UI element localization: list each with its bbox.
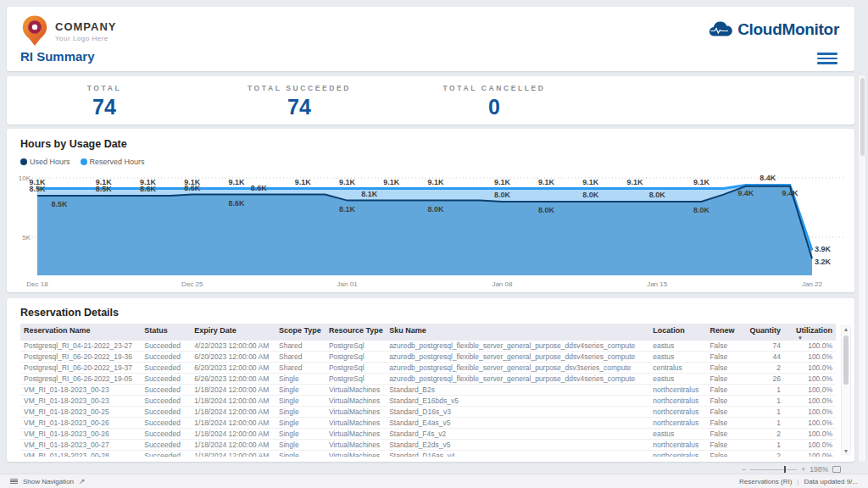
table-cell: False: [706, 418, 741, 429]
table-cell: Succeeded: [141, 451, 191, 458]
column-header-renew[interactable]: Renew: [706, 324, 741, 341]
table-cell: Standard_F4s_v2: [386, 429, 649, 440]
x-tick-label: Jan 08: [492, 280, 513, 288]
legend-item-reserved-hours[interactable]: Reserved Hours: [81, 158, 145, 166]
zoom-slider[interactable]: [750, 469, 797, 470]
table-cell: 1/18/2024 12:00:00 AM: [191, 385, 275, 396]
table-cell: VirtualMachines: [326, 451, 386, 458]
table-row[interactable]: Postgresql_RI_04-21-2022_23-27Succeeded4…: [20, 341, 836, 352]
legend-used-label: Used Hours: [30, 158, 70, 166]
page-scrollbar[interactable]: [858, 75, 866, 463]
zoom-in-icon[interactable]: +: [801, 465, 805, 474]
data-label: 8.1K: [361, 190, 378, 198]
table-row[interactable]: Postgresql_RI_06-20-2022_19-37Succeeded6…: [20, 363, 836, 374]
zoom-out-icon[interactable]: −: [742, 465, 746, 474]
table-row[interactable]: VM_RI_01-18-2023_00-23Succeeded1/18/2024…: [20, 396, 836, 407]
data-label: 8.4K: [760, 174, 776, 182]
separator: |: [797, 478, 798, 485]
table-cell: VirtualMachines: [326, 407, 386, 418]
table-cell: 100.0%: [784, 407, 836, 418]
column-header-utilization[interactable]: Utilization▼: [784, 324, 836, 341]
table-row[interactable]: Postgresql_RI_06-26-2022_19-05Succeeded6…: [20, 374, 836, 385]
table-cell: VirtualMachines: [326, 385, 386, 396]
table-cell: Single: [275, 418, 326, 429]
table-cell: 100.0%: [784, 440, 836, 451]
table-row[interactable]: VM_RI_01-18-2023_00-26Succeeded1/18/2024…: [20, 429, 836, 440]
column-header-scope-type[interactable]: Scope Type: [275, 324, 326, 341]
column-header-quantity[interactable]: Quantity: [741, 324, 784, 341]
table-cell: Succeeded: [141, 341, 191, 352]
column-header-expiry-date[interactable]: Expiry Date: [191, 324, 275, 341]
column-header-sku-name[interactable]: Sku Name: [386, 324, 649, 341]
used-hours-dot-icon: [20, 158, 27, 165]
menu-hamburger-icon[interactable]: [817, 53, 837, 67]
scroll-down-icon[interactable]: ▼: [842, 448, 850, 454]
table-cell: northcentralus: [649, 418, 706, 429]
table-cell: Single: [275, 385, 326, 396]
table-cell: eastus: [649, 352, 706, 363]
data-label: 9.1K: [383, 178, 400, 186]
table-cell: azuredb_postgresql_flexible_server_gener…: [386, 363, 649, 374]
table-scrollbar-thumb[interactable]: [843, 336, 849, 385]
table-cell: False: [706, 396, 741, 407]
table-cell: 1: [741, 418, 784, 429]
table-scrollbar[interactable]: ▲ ▼: [841, 325, 851, 455]
company-name: COMPANY: [55, 20, 116, 33]
table-cell: eastus: [649, 341, 706, 352]
table-cell: 100.0%: [784, 374, 836, 385]
data-label: 3.2K: [815, 258, 832, 266]
table-cell: VirtualMachines: [326, 429, 386, 440]
chart-card: Hours by Usage Date Used Hours Reserved …: [7, 129, 854, 292]
legend-item-used-hours[interactable]: Used Hours: [20, 158, 70, 166]
page-tab-label[interactable]: Reservations (RI): [739, 478, 792, 485]
page-scrollbar-thumb[interactable]: [860, 78, 865, 156]
navigation-hamburger-icon[interactable]: [10, 477, 18, 485]
column-header-reservation-name[interactable]: Reservation Name: [20, 324, 141, 341]
reservation-details-table: Reservation NameStatusExpiry DateScope T…: [20, 324, 836, 457]
table-cell: 26: [741, 374, 784, 385]
table-cell: 4/22/2023 12:00:00 AM: [191, 341, 275, 352]
data-label: 8.0K: [538, 206, 555, 214]
fit-to-page-icon[interactable]: [832, 466, 841, 473]
table-cell: Succeeded: [141, 363, 191, 374]
table-row[interactable]: VM_RI_01-18-2023_00-25Succeeded1/18/2024…: [20, 407, 836, 418]
expand-icon[interactable]: ↗: [79, 477, 86, 485]
app-brand: CloudMonitor: [708, 20, 839, 39]
x-tick-label: Jan 22: [802, 280, 823, 288]
table-cell: northcentralus: [649, 396, 706, 407]
table-cell: Single: [275, 374, 326, 385]
column-header-status[interactable]: Status: [141, 324, 191, 341]
table-row[interactable]: VM_RI_01-18-2023_00-26Succeeded1/18/2024…: [20, 418, 836, 429]
table-row[interactable]: Postgresql_RI_06-20-2022_19-36Succeeded6…: [20, 352, 836, 363]
data-label: 9.1K: [538, 178, 555, 186]
table-cell: 1/18/2024 12:00:00 AM: [191, 407, 275, 418]
kpi-total-succeeded-label: TOTAL SUCCEEDED: [202, 84, 397, 92]
table-cell: Succeeded: [141, 352, 191, 363]
data-label: 8.6K: [184, 184, 201, 192]
zoom-slider-thumb[interactable]: [784, 466, 787, 473]
table-cell: 6/20/2023 12:00:00 AM: [191, 363, 275, 374]
table-cell: Succeeded: [141, 440, 191, 451]
table-cell: 1/18/2024 12:00:00 AM: [191, 451, 275, 458]
data-label: 9.1K: [339, 178, 356, 186]
table-cell: VM_RI_01-18-2023_00-25: [20, 407, 141, 418]
data-label: 9.4K: [782, 189, 798, 197]
table-cell: 1/18/2024 12:00:00 AM: [191, 429, 275, 440]
data-label: 8.1K: [339, 205, 356, 214]
scroll-up-icon[interactable]: ▲: [842, 326, 850, 332]
column-header-location[interactable]: Location: [649, 324, 706, 341]
data-label: 9.1K: [582, 178, 599, 186]
table-cell: VM_RI_01-18-2023_00-26: [20, 429, 141, 440]
table-cell: PostgreSql: [326, 352, 386, 363]
table-row[interactable]: VM_RI_01-18-2023_00-28Succeeded1/18/2024…: [20, 451, 836, 458]
status-bar: Show Navigation ↗ Reservations (RI) | Da…: [0, 474, 868, 488]
show-navigation-button[interactable]: Show Navigation: [23, 478, 74, 485]
column-header-resource-type[interactable]: Resource Type: [326, 324, 386, 341]
table-row[interactable]: VM_RI_01-18-2023_00-23Succeeded1/18/2024…: [20, 385, 836, 396]
table-cell: Succeeded: [141, 374, 191, 385]
table-cell: azuredb_postgresql_flexible_server_gener…: [386, 352, 649, 363]
table-cell: Shared: [275, 341, 326, 352]
company-logo: COMPANY Your Logo Here: [20, 14, 116, 48]
kpi-total: TOTAL 74: [7, 76, 202, 125]
table-row[interactable]: VM_RI_01-18-2023_00-27Succeeded1/18/2024…: [20, 440, 836, 451]
